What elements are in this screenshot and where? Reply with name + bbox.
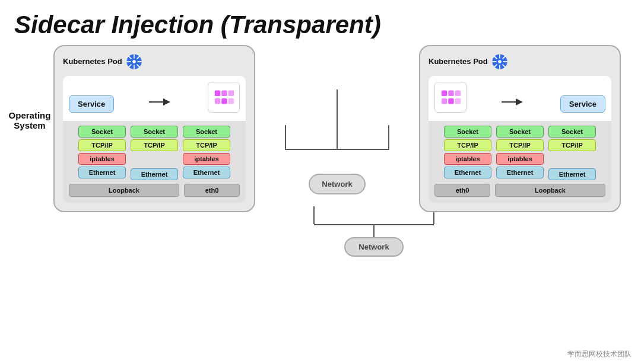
- pod2-s1-iptables: iptables: [444, 153, 491, 165]
- pod1-upper: Service: [63, 76, 246, 121]
- pod2-s1-socket: Socket: [444, 126, 491, 138]
- pod1-s3-tcpip: TCP/IP: [183, 139, 230, 151]
- pod2-eth-loopback-row: eth0 Loopback: [434, 184, 605, 197]
- pod1-container: Kubernetes Pod: [53, 45, 255, 212]
- svg-rect-32: [455, 98, 461, 104]
- pod1-s3-ethernet: Ethernet: [183, 167, 230, 178]
- kubernetes-icon-pod2: [491, 53, 508, 70]
- page-title: Sidecar Injection (Transparent): [0, 0, 641, 45]
- pod1-s1-iptables: iptables: [78, 153, 126, 165]
- pod2-upper: Service: [429, 76, 611, 121]
- network-horiz-line: [285, 149, 389, 150]
- pod2-stack3: Socket TCP/IP Ethernet: [548, 126, 596, 180]
- pod2-s2-socket: Socket: [496, 126, 544, 138]
- pod1-stack1: Socket TCP/IP iptables Ethernet: [78, 126, 126, 180]
- pod1-stack2: Socket TCP/IP Ethernet: [131, 126, 178, 180]
- svg-rect-29: [455, 91, 461, 97]
- network-line-left: [337, 90, 338, 125]
- pod1-s1-tcpip: TCP/IP: [78, 139, 126, 151]
- svg-rect-13: [229, 91, 234, 97]
- network-cloud: Network: [309, 174, 365, 194]
- svg-rect-16: [229, 98, 234, 104]
- pod2-s1-tcpip: TCP/IP: [444, 139, 491, 151]
- svg-rect-27: [442, 91, 448, 97]
- svg-rect-28: [448, 91, 454, 97]
- pod2-service-box: Service: [560, 95, 605, 113]
- pod2-s2-ethernet: Ethernet: [496, 167, 544, 178]
- svg-point-18: [498, 60, 502, 63]
- svg-point-1: [132, 60, 136, 63]
- network-label: Network: [322, 180, 352, 189]
- svg-rect-12: [221, 91, 227, 97]
- pod1-s2-tcpip: TCP/IP: [131, 139, 178, 151]
- pod1-s3-iptables: iptables: [183, 153, 230, 165]
- pod2-label: Kubernetes Pod: [429, 57, 488, 67]
- svg-rect-30: [442, 98, 448, 104]
- pod2-loopback: Loopback: [495, 184, 605, 197]
- pod1-service-box: Service: [69, 95, 114, 113]
- pod2-s3-ethernet: Ethernet: [548, 168, 596, 180]
- pod2-stack2: Socket TCP/IP iptables Ethernet: [496, 126, 544, 180]
- pod1-s2-ethernet: Ethernet: [131, 168, 178, 180]
- pod2-top-row: Service: [434, 82, 605, 113]
- pod1-eth0: eth0: [184, 184, 240, 197]
- pod1-loopback-eth-row: Loopback eth0: [69, 184, 240, 197]
- pod2-lower: Socket TCP/IP iptables Ethernet Socket T…: [429, 121, 611, 203]
- pod1-s3-socket: Socket: [183, 126, 230, 138]
- pod2-s2-tcpip: TCP/IP: [496, 139, 544, 151]
- svg-rect-31: [448, 98, 454, 104]
- pod2-header: Kubernetes Pod: [429, 53, 508, 70]
- svg-rect-15: [221, 98, 227, 104]
- network-left-drop: [285, 125, 286, 149]
- network-cloud-label: Network: [344, 237, 403, 257]
- pod2-envoy-icon: [434, 82, 467, 113]
- pod1-stacks-row: Socket TCP/IP iptables Ethernet Socket T…: [69, 126, 240, 180]
- pod1-lower: Socket TCP/IP iptables Ethernet Socket T…: [63, 121, 246, 203]
- svg-rect-11: [215, 91, 221, 97]
- pod1-s1-ethernet: Ethernet: [78, 167, 126, 178]
- pod2-stack1: Socket TCP/IP iptables Ethernet: [444, 126, 491, 180]
- svg-rect-14: [215, 98, 221, 104]
- arrow-envoy-to-service: [502, 96, 525, 108]
- pod2-container: Kubernetes Pod: [419, 45, 621, 212]
- pod1-s2-socket: Socket: [131, 126, 178, 138]
- pod2-stacks-row: Socket TCP/IP iptables Ethernet Socket T…: [434, 126, 605, 180]
- pod1-s1-socket: Socket: [78, 126, 126, 138]
- pod2-s1-ethernet: Ethernet: [444, 167, 491, 178]
- network-right-drop: [388, 125, 389, 149]
- kubernetes-icon-pod1: [126, 53, 142, 70]
- pod1-envoy-icon: [208, 82, 240, 113]
- pod2-s3-tcpip: TCP/IP: [548, 139, 596, 151]
- pod1-top-row: Service: [69, 82, 240, 113]
- pod2-s3-socket: Socket: [548, 126, 596, 138]
- os-label: OperatingSystem: [0, 45, 53, 130]
- pod2-s2-iptables: iptables: [496, 153, 544, 165]
- network-vert-line: [337, 125, 338, 149]
- network-connector: Network: [313, 206, 434, 257]
- watermark: 学而思网校技术团队: [567, 349, 632, 359]
- pod1-label: Kubernetes Pod: [63, 57, 122, 67]
- pod1-header: Kubernetes Pod: [63, 53, 142, 70]
- pod1-loopback: Loopback: [69, 184, 179, 197]
- pod2-eth0: eth0: [434, 184, 490, 197]
- arrow-service-to-envoy: [149, 96, 173, 108]
- pod1-stack3: Socket TCP/IP iptables Ethernet: [183, 126, 230, 180]
